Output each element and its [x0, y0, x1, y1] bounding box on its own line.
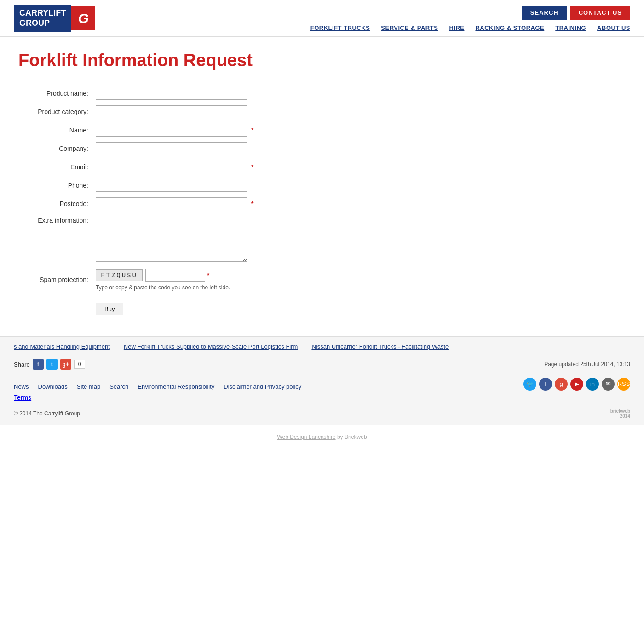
product-name-input[interactable] [96, 87, 247, 100]
extra-info-textarea[interactable] [96, 216, 247, 262]
spam-protection-area: FTZQUSU * [96, 269, 253, 282]
share-row: Share f t g+ 0 Page updated 25th Jul 201… [14, 354, 630, 374]
phone-label: Phone: [18, 176, 92, 195]
twitter-share-icon[interactable]: t [46, 359, 58, 370]
page-updated: Page updated 25th Jul 2014, 13:13 [544, 361, 630, 368]
brickweb-logo: brickweb 2014 [610, 408, 630, 419]
postcode-row: Postcode: * [18, 195, 257, 213]
footer-sitemap-link[interactable]: Site map [77, 383, 100, 390]
nav-forklift-trucks[interactable]: FORKLIFT TRUCKS [310, 24, 370, 31]
footer-env-link[interactable]: Environmental Responsibility [138, 383, 214, 390]
ticker-link-3[interactable]: Nissan Unicarrier Forklift Trucks - Faci… [311, 343, 448, 350]
main-nav: FORKLIFT TRUCKS SERVICE & PARTS HIRE RAC… [310, 24, 630, 31]
googleplus-share-icon[interactable]: g+ [60, 359, 71, 370]
product-category-row: Product category: [18, 103, 257, 121]
terms-row: Terms [14, 393, 301, 401]
share-count: 0 [74, 360, 86, 369]
footer-linkedin-icon[interactable]: in [586, 378, 599, 391]
nav-hire[interactable]: HIRE [449, 24, 464, 31]
extra-info-label: Extra information: [18, 213, 92, 266]
share-label: Share [14, 361, 30, 368]
logo-area: CARRYLIFT GROUP G [14, 5, 95, 32]
name-input[interactable] [96, 124, 247, 137]
footer-ticker: s and Materials Handling Equipment New F… [14, 343, 630, 354]
submit-row: Buy [18, 293, 257, 318]
header: CARRYLIFT GROUP G SEARCH CONTACT US FORK… [0, 0, 644, 37]
search-button[interactable]: SEARCH [522, 6, 567, 20]
contact-button[interactable]: CONTACT US [570, 6, 630, 20]
email-label: Email: [18, 158, 92, 176]
product-category-label: Product category: [18, 103, 92, 121]
company-label: Company: [18, 139, 92, 158]
web-design-link[interactable]: Web Design Lancashire [277, 434, 335, 440]
footer-bottom: © 2014 The Carrylift Group brickweb 2014 [14, 405, 630, 419]
name-required-star: * [251, 126, 253, 134]
postcode-label: Postcode: [18, 195, 92, 213]
brickweb-credit: brickweb 2014 [610, 408, 630, 419]
submit-button[interactable]: Buy [96, 303, 123, 315]
footer-nav-row: News Downloads Site map Search Environme… [14, 374, 630, 405]
share-left: Share f t g+ 0 [14, 359, 85, 370]
spam-instruction: Type or copy & paste the code you see on… [96, 284, 253, 291]
nav-about-us[interactable]: ABOUT US [597, 24, 630, 31]
footer-googleplus-icon[interactable]: g [555, 378, 568, 391]
postcode-required-star: * [251, 200, 253, 207]
phone-input[interactable] [96, 179, 247, 192]
company-input[interactable] [96, 142, 247, 155]
captcha-code: FTZQUSU [96, 269, 143, 281]
footer-youtube-icon[interactable]: ▶ [570, 378, 583, 391]
postcode-input[interactable] [96, 197, 247, 210]
main-content: Forklift Information Request Product nam… [0, 37, 506, 336]
copyright-text: © 2014 The Carrylift Group [14, 410, 80, 417]
product-category-input[interactable] [96, 105, 247, 118]
page-title: Forklift Information Request [18, 51, 488, 70]
company-row: Company: [18, 139, 257, 158]
header-right: SEARCH CONTACT US FORKLIFT TRUCKS SERVIC… [310, 6, 630, 31]
footer-disclaimer-link[interactable]: Disclaimer and Privacy policy [224, 383, 301, 390]
footer-nav: News Downloads Site map Search Environme… [14, 378, 301, 393]
footer-social-icons: 🐦 f g ▶ in ✉ RSS [523, 378, 630, 391]
extra-info-row: Extra information: [18, 213, 257, 266]
ticker-link-1[interactable]: s and Materials Handling Equipment [14, 343, 110, 350]
name-row: Name: * [18, 121, 257, 139]
footer-rss-icon[interactable]: RSS [617, 378, 630, 391]
footer-terms-link[interactable]: Terms [14, 394, 31, 401]
phone-row: Phone: [18, 176, 257, 195]
footer-facebook-icon[interactable]: f [539, 378, 552, 391]
web-design-suffix: by Brickweb [336, 434, 367, 440]
spam-label: Spam protection: [18, 266, 92, 293]
facebook-share-icon[interactable]: f [33, 359, 44, 370]
email-input[interactable] [96, 161, 247, 173]
form-table: Product name: Product category: Name: * [18, 84, 257, 318]
top-buttons: SEARCH CONTACT US [522, 6, 630, 20]
nav-training[interactable]: TRAINING [555, 24, 586, 31]
email-required-star: * [251, 163, 253, 171]
footer-email-icon[interactable]: ✉ [602, 378, 615, 391]
logo-text: CARRYLIFT GROUP [14, 5, 71, 32]
product-name-label: Product name: [18, 84, 92, 103]
info-request-form: Product name: Product category: Name: * [18, 84, 488, 318]
email-row: Email: * [18, 158, 257, 176]
captcha-required-star: * [207, 271, 209, 279]
nav-service-parts[interactable]: SERVICE & PARTS [381, 24, 438, 31]
spam-row: Spam protection: FTZQUSU * Type or copy … [18, 266, 257, 293]
footer-search-link[interactable]: Search [109, 383, 128, 390]
footer-twitter-icon[interactable]: 🐦 [523, 378, 536, 391]
product-name-row: Product name: [18, 84, 257, 103]
footer-very-bottom: Web Design Lancashire by Brickweb [0, 429, 644, 445]
footer-downloads-link[interactable]: Downloads [38, 383, 68, 390]
captcha-input[interactable] [145, 269, 205, 282]
footer: s and Materials Handling Equipment New F… [0, 336, 644, 425]
footer-news-link[interactable]: News [14, 383, 29, 390]
footer-nav-left: News Downloads Site map Search Environme… [14, 378, 301, 401]
ticker-link-2[interactable]: New Forklift Trucks Supplied to Massive-… [124, 343, 298, 350]
nav-racking-storage[interactable]: RACKING & STORAGE [475, 24, 544, 31]
name-label: Name: [18, 121, 92, 139]
logo-icon: G [71, 6, 95, 30]
